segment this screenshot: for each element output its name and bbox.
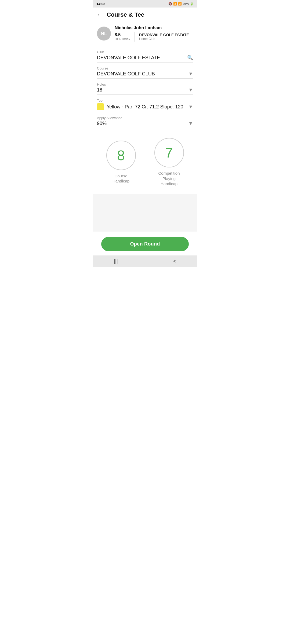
hcp-value: 8.5 bbox=[115, 32, 130, 37]
content-spacer bbox=[93, 194, 197, 232]
holes-chevron-icon[interactable]: ▼ bbox=[188, 87, 193, 93]
allowance-value: 90% bbox=[97, 121, 188, 126]
allowance-chevron-icon[interactable]: ▼ bbox=[188, 121, 193, 126]
club-label: Club bbox=[97, 50, 193, 54]
home-club-label: Home Club bbox=[139, 37, 189, 41]
competition-handicap-item: 7 CompetitionPlayingHandicap bbox=[154, 138, 184, 186]
allowance-label: Apply Allowance bbox=[97, 116, 193, 120]
club-row: DEVONVALE GOLF ESTATE 🔍 bbox=[97, 55, 193, 61]
handicap-section: 8 CourseHandicap 7 CompetitionPlayingHan… bbox=[93, 128, 197, 194]
search-icon[interactable]: 🔍 bbox=[187, 55, 193, 61]
nav-menu-icon[interactable]: ||| bbox=[114, 258, 118, 264]
tee-row: Yellow - Par: 72 Cr: 71.2 Slope: 120 ▼ bbox=[97, 103, 193, 110]
allowance-field[interactable]: Apply Allowance 90% ▼ bbox=[97, 112, 193, 128]
battery-text: 95% bbox=[183, 2, 189, 5]
course-handicap-item: 8 CourseHandicap bbox=[106, 141, 136, 184]
hcp-label: HCP Index bbox=[115, 37, 130, 41]
open-round-button[interactable]: Open Round bbox=[101, 237, 189, 251]
competition-handicap-circle: 7 bbox=[154, 138, 184, 167]
profile-details: 8.5 HCP Index DEVONVALE GOLF ESTATE Home… bbox=[115, 32, 193, 42]
nav-back-icon[interactable]: < bbox=[173, 258, 176, 264]
club-value: DEVONVALE GOLF ESTATE bbox=[97, 55, 187, 61]
course-handicap-value: 8 bbox=[117, 148, 125, 162]
course-value: DEVONVALE GOLF CLUB bbox=[97, 71, 188, 77]
holes-row: 18 ▼ bbox=[97, 87, 193, 93]
profile-section: NL Nicholas John Lanham 8.5 HCP Index DE… bbox=[93, 21, 197, 46]
nav-home-icon[interactable]: □ bbox=[144, 258, 147, 264]
page-title: Course & Tee bbox=[107, 11, 144, 18]
course-handicap-circle: 8 bbox=[106, 141, 136, 170]
status-bar: 14:03 🔇 📶 📶 95% 🔋 bbox=[93, 0, 197, 8]
holes-value: 18 bbox=[97, 87, 188, 93]
profile-name: Nicholas John Lanham bbox=[115, 25, 193, 30]
avatar: NL bbox=[97, 27, 111, 41]
allowance-row: 90% ▼ bbox=[97, 121, 193, 126]
form-section: Club DEVONVALE GOLF ESTATE 🔍 Course DEVO… bbox=[93, 46, 197, 128]
tee-value: Yellow - Par: 72 Cr: 71.2 Slope: 120 bbox=[107, 104, 188, 110]
chevron-down-icon[interactable]: ▼ bbox=[188, 71, 193, 77]
competition-handicap-value: 7 bbox=[165, 146, 173, 160]
holes-field[interactable]: Holes 18 ▼ bbox=[97, 79, 193, 95]
status-time: 14:03 bbox=[96, 2, 105, 6]
mute-icon: 🔇 bbox=[168, 2, 172, 6]
profile-info: Nicholas John Lanham 8.5 HCP Index DEVON… bbox=[115, 25, 193, 42]
bottom-section: Open Round bbox=[93, 232, 197, 255]
tee-value-row: Yellow - Par: 72 Cr: 71.2 Slope: 120 bbox=[97, 103, 188, 110]
tee-chevron-icon[interactable]: ▼ bbox=[188, 104, 193, 110]
signal-icon: 📶 bbox=[178, 2, 182, 6]
tee-field[interactable]: Tee Yellow - Par: 72 Cr: 71.2 Slope: 120… bbox=[97, 95, 193, 112]
battery-icon: 🔋 bbox=[190, 2, 194, 6]
back-button[interactable]: ← bbox=[97, 11, 103, 18]
club-field[interactable]: Club DEVONVALE GOLF ESTATE 🔍 bbox=[97, 46, 193, 63]
course-handicap-label: CourseHandicap bbox=[113, 173, 129, 184]
course-row: DEVONVALE GOLF CLUB ▼ bbox=[97, 71, 193, 77]
course-label: Course bbox=[97, 66, 193, 70]
competition-handicap-label: CompetitionPlayingHandicap bbox=[158, 171, 180, 186]
status-icons: 🔇 📶 📶 95% 🔋 bbox=[168, 2, 194, 6]
bottom-nav: ||| □ < bbox=[93, 255, 197, 267]
holes-label: Holes bbox=[97, 82, 193, 86]
course-field[interactable]: Course DEVONVALE GOLF CLUB ▼ bbox=[97, 63, 193, 79]
club-block: DEVONVALE GOLF ESTATE Home Club bbox=[139, 33, 189, 41]
header: ← Course & Tee bbox=[93, 8, 197, 21]
home-club-name: DEVONVALE GOLF ESTATE bbox=[139, 33, 189, 37]
vertical-divider bbox=[135, 32, 135, 42]
tee-label: Tee bbox=[97, 98, 193, 103]
hcp-block: 8.5 HCP Index bbox=[115, 32, 135, 41]
tee-color-swatch bbox=[97, 103, 104, 110]
wifi-icon: 📶 bbox=[173, 2, 177, 6]
